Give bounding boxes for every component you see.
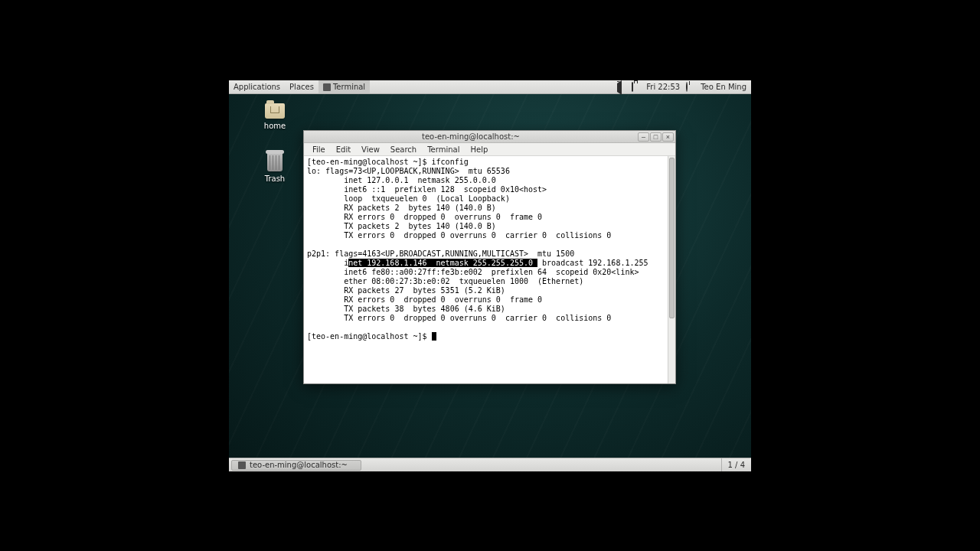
prompt: [teo-en-ming@localhost ~]$ — [307, 332, 432, 341]
menu-search[interactable]: Search — [385, 145, 422, 155]
window-close-button[interactable]: × — [662, 132, 674, 142]
scrollbar[interactable] — [668, 156, 675, 383]
menu-file[interactable]: File — [307, 145, 331, 155]
output-line: lo: flags=73<UP,LOOPBACK,RUNNING> mtu 65… — [307, 167, 510, 175]
prompt: [teo-en-ming@localhost ~]$ — [307, 158, 432, 166]
system-tray: Fri 22:53 Teo En Ming — [617, 83, 751, 91]
output-line: RX errors 0 dropped 0 overruns 0 frame 0 — [307, 295, 542, 304]
user-menu[interactable]: Teo En Ming — [701, 83, 746, 91]
taskbar-item-terminal[interactable]: teo-en-ming@localhost:~ — [231, 460, 361, 471]
terminal-content[interactable]: [teo-en-ming@localhost ~]$ ifconfig lo: … — [304, 156, 668, 383]
top-panel: Applications Places Terminal Fri 22:53 T… — [229, 80, 751, 94]
desktop-icon-label: home — [252, 122, 298, 130]
clock[interactable]: Fri 22:53 — [646, 83, 680, 91]
output-line: inet6 fe80::a00:27ff:fe3b:e002 prefixlen… — [307, 268, 639, 276]
output-line: inet6 ::1 prefixlen 128 scopeid 0x10<hos… — [307, 185, 547, 194]
folder-icon — [265, 103, 285, 119]
selection-highlight: net 192.168.1.146 netmask 255.255.255.0 — [348, 259, 537, 267]
output-line: inet 127.0.0.1 netmask 255.0.0.0 — [307, 176, 496, 184]
terminal-icon — [323, 83, 331, 91]
terminal-window[interactable]: teo-en-ming@localhost:~ – □ × File Edit … — [303, 130, 676, 384]
desktop-icon-trash[interactable]: Trash — [252, 153, 298, 183]
window-title: teo-en-ming@localhost:~ — [304, 132, 638, 141]
command-text: ifconfig — [432, 158, 469, 166]
output-line: i — [307, 259, 348, 267]
output-line: TX packets 2 bytes 140 (140.0 B) — [307, 222, 496, 230]
menu-help[interactable]: Help — [465, 145, 493, 155]
power-icon[interactable] — [686, 83, 694, 91]
output-line: RX errors 0 dropped 0 overruns 0 frame 0 — [307, 213, 542, 221]
output-line: loop txqueuelen 0 (Local Loopback) — [307, 194, 510, 203]
network-icon[interactable] — [632, 83, 640, 91]
terminal-launcher-label: Terminal — [333, 83, 365, 91]
workspace-switcher[interactable]: 1 / 4 — [721, 458, 751, 471]
menubar: File Edit View Search Terminal Help — [304, 143, 675, 156]
trash-icon — [267, 153, 283, 171]
output-line: RX packets 27 bytes 5351 (5.2 KiB) — [307, 286, 505, 295]
output-line: p2p1: flags=4163<UP,BROADCAST,RUNNING,MU… — [307, 249, 574, 258]
scrollbar-thumb[interactable] — [669, 158, 675, 318]
applications-menu[interactable]: Applications — [229, 83, 285, 91]
output-line: TX packets 38 bytes 4806 (4.6 KiB) — [307, 305, 505, 313]
menu-terminal[interactable]: Terminal — [422, 145, 465, 155]
output-line: TX errors 0 dropped 0 overruns 0 carrier… — [307, 314, 611, 322]
terminal-icon — [238, 461, 246, 469]
places-menu[interactable]: Places — [285, 83, 318, 91]
window-minimize-button[interactable]: – — [638, 132, 649, 142]
desktop-icon-home[interactable]: home — [252, 103, 298, 130]
output-line: RX packets 2 bytes 140 (140.0 B) — [307, 204, 496, 212]
bottom-panel: teo-en-ming@localhost:~ 1 / 4 — [229, 458, 751, 471]
output-line: TX errors 0 dropped 0 overruns 0 carrier… — [307, 231, 611, 240]
menu-edit[interactable]: Edit — [331, 145, 356, 155]
terminal-launcher[interactable]: Terminal — [318, 80, 370, 93]
output-line: ether 08:00:27:3b:e0:02 txqueuelen 1000 … — [307, 277, 583, 285]
window-maximize-button[interactable]: □ — [650, 132, 662, 142]
desktop-icon-label: Trash — [252, 174, 298, 183]
output-line: broadcast 192.168.1.255 — [537, 259, 648, 267]
taskbar-item-label: teo-en-ming@localhost:~ — [250, 461, 348, 469]
menu-view[interactable]: View — [356, 145, 385, 155]
terminal-cursor — [432, 332, 436, 341]
volume-icon[interactable] — [617, 83, 626, 91]
window-titlebar[interactable]: teo-en-ming@localhost:~ – □ × — [304, 131, 675, 143]
